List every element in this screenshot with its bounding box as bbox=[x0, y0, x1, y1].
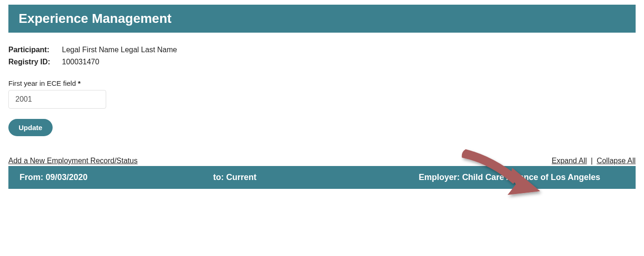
registry-row: Registry ID: 100031470 bbox=[8, 58, 636, 66]
first-year-input[interactable] bbox=[8, 90, 106, 109]
participant-row: Participant: Legal First Name Legal Last… bbox=[8, 46, 636, 54]
record-from-value: 09/03/2020 bbox=[46, 173, 88, 182]
record-employer-label: Employer: bbox=[419, 173, 460, 182]
participant-label: Participant: bbox=[8, 46, 62, 54]
add-record-link[interactable]: Add a New Employment Record/Status bbox=[8, 157, 137, 165]
page-title: Experience Management bbox=[19, 11, 171, 26]
registry-value: 100031470 bbox=[62, 58, 99, 66]
collapse-all-link[interactable]: Collapse All bbox=[597, 157, 636, 165]
expand-collapse-links: Expand All | Collapse All bbox=[552, 157, 636, 165]
record-employer-value: Child Care Alliance of Los Angeles bbox=[462, 173, 600, 182]
record-to-label: to: bbox=[213, 173, 224, 182]
first-year-group: First year in ECE field * bbox=[8, 79, 636, 109]
employment-record-row[interactable]: From: 09/03/2020 to: Current Employer: C… bbox=[8, 166, 636, 189]
record-from-label: From: bbox=[20, 173, 43, 182]
record-from: From: 09/03/2020 bbox=[20, 173, 213, 182]
record-to: to: Current bbox=[213, 173, 419, 182]
participant-value: Legal First Name Legal Last Name bbox=[62, 46, 177, 54]
first-year-label-text: First year in ECE field bbox=[8, 79, 76, 87]
expand-all-link[interactable]: Expand All bbox=[552, 157, 587, 165]
update-button[interactable]: Update bbox=[8, 119, 53, 136]
record-controls: Add a New Employment Record/Status Expan… bbox=[8, 157, 636, 165]
page-header: Experience Management bbox=[8, 5, 636, 33]
registry-label: Registry ID: bbox=[8, 58, 62, 66]
record-to-value: Current bbox=[226, 173, 257, 182]
required-indicator: * bbox=[78, 79, 81, 87]
first-year-label: First year in ECE field * bbox=[8, 79, 636, 87]
link-separator: | bbox=[591, 157, 593, 165]
record-employer: Employer: Child Care Alliance of Los Ang… bbox=[419, 173, 624, 182]
